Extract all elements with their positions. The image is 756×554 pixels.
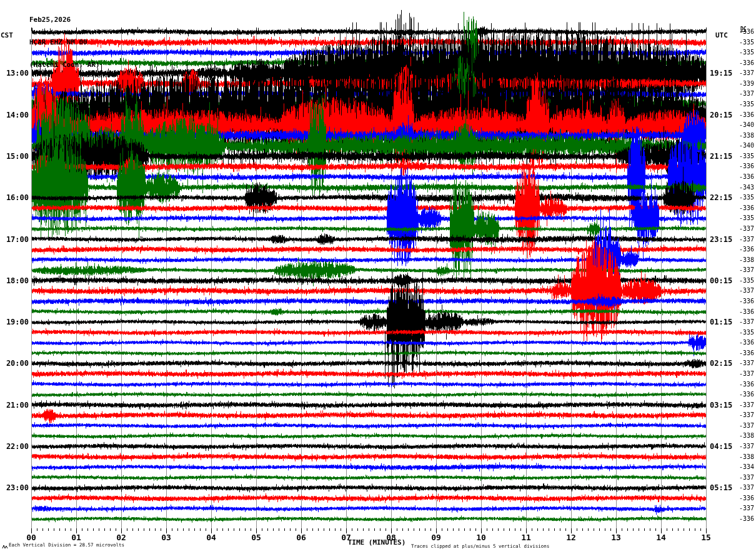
cst-hour-label: 19:00 [0, 318, 29, 326]
x-tick-label: 14 [651, 533, 671, 542]
cst-hour-label: 13:00 [0, 69, 29, 78]
utc-hour-label: 20:15 [710, 111, 739, 119]
cst-hour-label: 15:00 [0, 152, 29, 161]
dc-offset-value: -337 [739, 401, 754, 409]
right-timezone-label: UTC [715, 31, 728, 39]
x-tick-label: 09 [426, 533, 446, 542]
utc-hour-label: 03:15 [710, 401, 739, 410]
x-tick-label: 01 [66, 533, 86, 542]
dc-offset-value: -340 [739, 142, 754, 149]
utc-hour-label: 01:15 [710, 318, 739, 326]
helicorder-page: Feb25,2026 HCAR EHZ NM 00 (Hatchi Coon, … [0, 0, 756, 554]
x-tick-label: 06 [291, 533, 311, 542]
cst-hour-label: 18:00 [0, 276, 29, 285]
dc-offset-value: -337 [739, 411, 754, 419]
clip-note: Traces clipped at plus/minus 5 vertical … [411, 543, 549, 549]
utc-hour-label: 22:15 [710, 193, 739, 202]
dc-offset-value: -337 [739, 318, 754, 326]
x-tick-label: 04 [201, 533, 221, 542]
dc-offset-value: -338 [739, 453, 754, 461]
x-tick-label: 12 [561, 533, 581, 542]
cst-hour-label: 21:00 [0, 401, 29, 410]
dc-offset-value: -343 [739, 184, 754, 191]
utc-hour-label: 04:15 [710, 442, 739, 451]
cst-hour-label: 16:00 [0, 193, 29, 202]
dc-offset-value: -336 [739, 391, 754, 398]
dc-offset-value: -334 [739, 463, 754, 471]
x-axis-title: TIME (MINUTES) [336, 538, 417, 546]
dc-offset-value: -338 [739, 432, 754, 440]
dc-offset-value: -336 [739, 495, 754, 502]
dc-offset-value: -337 [739, 484, 754, 491]
x-tick-label: 15 [696, 533, 716, 542]
dc-offset-value: -336 [739, 515, 754, 523]
dc-offset-value: -337 [739, 422, 754, 430]
dc-offset-value: -336 [739, 339, 754, 346]
dc-offset-value: -336 [739, 308, 754, 316]
x-tick-label: 03 [156, 533, 176, 542]
dc-offset-value: -336 [739, 163, 754, 170]
dc-offset-value: -335 [739, 194, 754, 201]
utc-hour-label: 02:15 [710, 359, 739, 368]
dc-offset-value: -338 [739, 132, 754, 139]
dc-offset-value: -335 [739, 277, 754, 285]
dc-offset-value: -340 [739, 121, 754, 129]
utc-hour-label: 23:15 [710, 235, 739, 244]
dc-offset-value: -337 [739, 505, 754, 512]
cst-hour-label: 23:00 [0, 483, 29, 492]
cst-hour-label: 17:00 [0, 235, 29, 244]
x-tick-label: 11 [516, 533, 536, 542]
dc-offset-value: -335 [739, 329, 754, 336]
dc-offset-value: -336 [739, 298, 754, 305]
cst-hour-label: 20:00 [0, 359, 29, 368]
dc-offset-value: -336 [739, 350, 754, 357]
dc-offset-value: -336 [739, 204, 754, 212]
utc-hour-label: 05:15 [710, 483, 739, 492]
cst-hour-label: 22:00 [0, 442, 29, 451]
dc-offset-value: -335 [739, 101, 754, 108]
dc-offset-value: -338 [739, 256, 754, 264]
dc-offset-value: -335 [739, 153, 754, 160]
dc-offset-value: -337 [739, 287, 754, 295]
dc-offset-value: -336 [739, 381, 754, 388]
dc-offset-value: -337 [739, 360, 754, 367]
dc-offset-value: -339 [739, 80, 754, 88]
utc-hour-label: 19:15 [710, 69, 739, 78]
cst-hour-label: 14:00 [0, 111, 29, 119]
dc-offset-value: -337 [739, 69, 754, 77]
dc-offset-value: -336 [739, 173, 754, 181]
dc-offset-value: -337 [739, 266, 754, 274]
header-date: Feb25,2026 [29, 16, 100, 24]
dc-offset-value: -335 [739, 214, 754, 222]
utc-hour-label: 00:15 [710, 276, 739, 285]
dc-offset-value: -336 [739, 246, 754, 253]
dc-offset-value: -337 [739, 90, 754, 98]
dc-offset-value: -336 [739, 28, 754, 36]
dc-offset-value: -337 [739, 370, 754, 378]
dc-offset-value: -337 [739, 474, 754, 481]
dc-offset-value: -337 [739, 225, 754, 233]
header-station-id: HCAR EHZ NM 00 [29, 39, 100, 46]
left-timezone-label: CST [1, 31, 13, 39]
seismogram-canvas [0, 0, 756, 554]
dc-offset-value: -337 [739, 236, 754, 243]
x-tick-label: 13 [606, 533, 626, 542]
scale-note: Each Vertical Division = 28.57 microvolt… [9, 542, 124, 548]
utc-hour-label: 21:15 [710, 152, 739, 161]
x-tick-label: 00 [21, 533, 41, 542]
dc-offset-value: -336 [739, 111, 754, 119]
dc-offset-value: -336 [739, 59, 754, 67]
x-tick-label: 02 [111, 533, 131, 542]
dc-offset-value: -335 [739, 49, 754, 56]
header-station-name: (Hatchi Coon, AR) [29, 61, 100, 69]
x-tick-label: 05 [246, 533, 266, 542]
dc-offset-value: -337 [739, 443, 754, 450]
x-tick-label: 10 [471, 533, 491, 542]
plot-header: Feb25,2026 HCAR EHZ NM 00 (Hatchi Coon, … [29, 1, 100, 84]
dc-offset-value: -335 [739, 39, 754, 46]
